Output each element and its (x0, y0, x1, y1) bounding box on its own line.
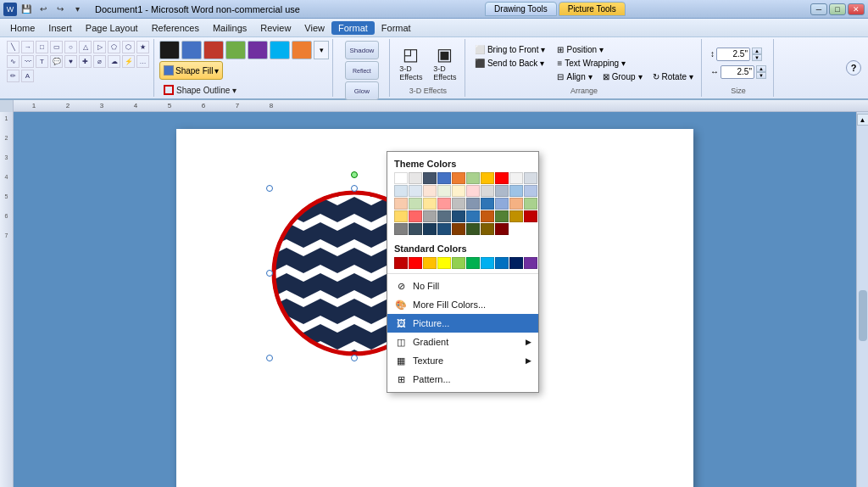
group-button[interactable]: ⊠ Group ▾ (598, 70, 647, 83)
send-to-back-button[interactable]: ⬛ Send to Back ▾ (470, 57, 550, 70)
theme-color-cell[interactable] (466, 185, 480, 197)
theme-color-cell[interactable] (509, 210, 523, 222)
theme-color-cell[interactable] (394, 210, 408, 222)
theme-color-cell[interactable] (481, 198, 494, 210)
theme-color-cell[interactable] (452, 185, 465, 197)
menu-references[interactable]: References (145, 21, 206, 35)
penta-shape[interactable]: ⬠ (108, 41, 120, 53)
theme-color-cell[interactable] (423, 198, 437, 210)
ribbon-shape[interactable]: ⌀ (93, 55, 106, 68)
standard-color-cell[interactable] (394, 257, 408, 269)
shadow-button[interactable]: Shadow (345, 41, 379, 59)
theme-color-cell[interactable] (495, 223, 509, 235)
picture-tools-tab[interactable]: Picture Tools (559, 2, 626, 16)
star-shape[interactable]: ★ (136, 41, 149, 53)
callout-shape[interactable]: 💬 (50, 55, 63, 68)
hexa-shape[interactable]: ⬡ (122, 41, 135, 53)
swatch-purple[interactable] (248, 41, 268, 59)
standard-color-cell[interactable] (466, 257, 480, 269)
swatch-red[interactable] (203, 41, 224, 59)
menu-view[interactable]: View (298, 21, 331, 35)
help-button[interactable]: ? (846, 60, 861, 76)
curve-shape[interactable]: ∿ (7, 55, 19, 68)
theme-color-cell[interactable] (481, 172, 494, 184)
theme-color-cell[interactable] (437, 185, 451, 197)
text-wrapping-button[interactable]: ≡ Text Wrapping ▾ (553, 57, 698, 70)
cloud-shape[interactable]: ☁ (108, 55, 120, 68)
theme-color-cell[interactable] (409, 172, 422, 184)
textbox-shape[interactable]: T (36, 55, 48, 68)
theme-color-cell[interactable] (437, 210, 451, 222)
swatch-teal[interactable] (270, 41, 290, 59)
theme-color-cell[interactable] (394, 198, 408, 210)
standard-color-cell[interactable] (495, 257, 509, 269)
triangle-shape[interactable]: △ (79, 41, 92, 53)
theme-color-cell[interactable] (509, 198, 523, 210)
handle-bot-center[interactable] (351, 355, 358, 361)
theme-color-cell[interactable] (495, 185, 509, 197)
menu-mailings[interactable]: Mailings (206, 21, 253, 35)
width-up-button[interactable]: ▲ (756, 65, 766, 72)
scroll-thumb[interactable] (859, 290, 867, 341)
texture-item[interactable]: ▦ Texture ▶ (387, 351, 538, 370)
handle-bot-left[interactable] (266, 355, 273, 361)
width-input[interactable] (721, 65, 754, 79)
menu-home[interactable]: Home (3, 21, 42, 35)
quick-access-more[interactable]: ▾ (70, 2, 85, 17)
rtri-shape[interactable]: ▷ (93, 41, 106, 53)
theme-color-cell[interactable] (452, 198, 465, 210)
menu-review[interactable]: Review (253, 21, 298, 35)
standard-color-cell[interactable] (481, 257, 494, 269)
theme-color-cell[interactable] (423, 185, 437, 197)
handle-rotate[interactable] (351, 171, 358, 178)
height-down-button[interactable]: ▼ (752, 54, 762, 61)
threed-depth-button[interactable]: ▣ 3-DEffects (429, 42, 461, 84)
picture-item[interactable]: 🖼 Picture... (387, 314, 538, 333)
shape-fill-button[interactable]: Shape Fill ▾ (159, 61, 223, 80)
cross-shape[interactable]: ✚ (79, 55, 92, 68)
glow-button[interactable]: Glow (345, 81, 379, 100)
theme-color-cell[interactable] (437, 223, 451, 235)
theme-color-cell[interactable] (409, 198, 422, 210)
handle-top-left[interactable] (266, 185, 273, 192)
theme-color-cell[interactable] (524, 198, 537, 210)
theme-color-cell[interactable] (409, 210, 422, 222)
theme-color-cell[interactable] (394, 185, 408, 197)
oval-shape[interactable]: ○ (64, 41, 77, 53)
menu-format-1[interactable]: Format (331, 21, 375, 35)
arrow-shape[interactable]: → (21, 41, 34, 53)
threed-effects-button[interactable]: ◰ 3-DEffects (395, 42, 427, 84)
more-styles-button[interactable]: ▾ (314, 41, 329, 59)
theme-color-cell[interactable] (423, 172, 437, 184)
theme-color-cell[interactable] (423, 210, 437, 222)
align-button[interactable]: ⊟ Align ▾ (553, 70, 596, 83)
theme-color-cell[interactable] (481, 223, 494, 235)
menu-insert[interactable]: Insert (42, 21, 79, 35)
standard-color-cell[interactable] (409, 257, 422, 269)
lightning-shape[interactable]: ⚡ (122, 55, 135, 68)
height-input[interactable] (716, 48, 750, 61)
theme-color-cell[interactable] (524, 172, 537, 184)
theme-color-cell[interactable] (509, 185, 523, 197)
theme-color-cell[interactable] (481, 185, 494, 197)
reflection-button[interactable]: Reflect (345, 61, 379, 80)
heart-shape[interactable]: ♥ (64, 55, 77, 68)
handle-mid-left[interactable] (266, 270, 273, 277)
edit-shape[interactable]: ✏ (7, 70, 19, 82)
vertical-scrollbar[interactable]: ▲ ▼ (856, 112, 868, 487)
more-shapes[interactable]: … (136, 55, 149, 68)
theme-color-cell[interactable] (495, 172, 509, 184)
standard-color-cell[interactable] (437, 257, 451, 269)
swatch-black[interactable] (159, 41, 180, 59)
menu-format-2[interactable]: Format (375, 21, 418, 35)
more-fill-colors-item[interactable]: 🎨 More Fill Colors... (387, 295, 538, 314)
menu-page-layout[interactable]: Page Layout (79, 21, 145, 35)
textbox2-shape[interactable]: A (21, 70, 34, 82)
swatch-blue[interactable] (181, 41, 202, 59)
theme-color-cell[interactable] (466, 210, 480, 222)
swatch-green[interactable] (225, 41, 246, 59)
handle-top-center[interactable] (351, 185, 358, 192)
theme-color-cell[interactable] (423, 223, 437, 235)
round-rect-shape[interactable]: ▭ (50, 41, 63, 53)
theme-color-cell[interactable] (509, 172, 523, 184)
